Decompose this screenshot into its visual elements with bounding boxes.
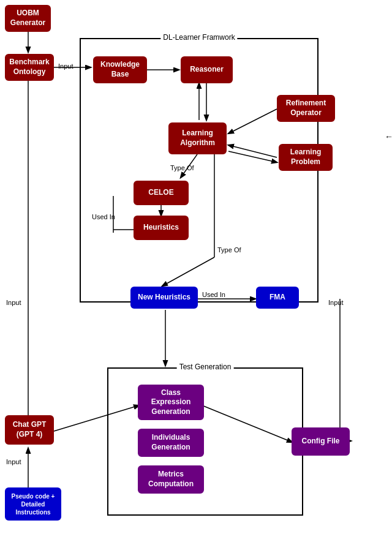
knowledge-base-label: KnowledgeBase: [100, 60, 140, 79]
used-in-label-1: Used In: [92, 213, 115, 220]
input-label-2: Input: [6, 299, 21, 306]
external-arrow: ←: [385, 132, 392, 141]
input-label-4: Input: [6, 458, 21, 465]
benchmark-ontology-label: BenchmarkOntology: [9, 58, 49, 77]
metrics-computation-label: MetricsComputation: [148, 470, 194, 489]
input-label-3: Input: [328, 299, 343, 306]
diagram: DL-Learner Framwork Test Generation UOBM…: [0, 0, 392, 553]
used-in-label-2: Used In: [202, 291, 225, 298]
learning-algorithm-box: LearningAlgorithm: [168, 122, 227, 154]
type-of-label-1: Type Of: [170, 164, 194, 171]
heuristics-label: Heuristics: [143, 223, 179, 233]
config-file-label: Config File: [302, 437, 340, 446]
individuals-generation-box: IndividualsGeneration: [138, 429, 204, 457]
learning-problem-box: LearningProblem: [279, 144, 333, 171]
dl-learner-label: DL-Learner Framwork: [160, 33, 237, 42]
reasoner-box: Reasoner: [181, 56, 233, 83]
metrics-computation-box: MetricsComputation: [138, 465, 204, 494]
uobm-generator-box: UOBM Generator: [5, 5, 51, 32]
reasoner-label: Reasoner: [190, 65, 224, 75]
fma-box: FMA: [256, 287, 299, 309]
heuristics-box: Heuristics: [134, 216, 189, 240]
test-generation-frame: Test Generation: [107, 367, 303, 516]
pseudo-code-box: Pseudo code +DetailedInstructions: [5, 487, 61, 521]
class-expression-generation-box: ClassExpressionGeneration: [138, 385, 204, 420]
celoe-label: CELOE: [148, 188, 173, 198]
pseudo-code-label: Pseudo code +DetailedInstructions: [12, 492, 55, 516]
refinement-operator-label: RefinementOperator: [286, 99, 326, 118]
new-heuristics-label: New Heuristics: [138, 293, 190, 303]
refinement-operator-box: RefinementOperator: [277, 95, 335, 122]
config-file-box: Config File: [292, 427, 350, 456]
class-expression-generation-label: ClassExpressionGeneration: [151, 388, 191, 417]
knowledge-base-box: KnowledgeBase: [93, 56, 147, 83]
test-generation-label: Test Generation: [177, 363, 234, 371]
type-of-label-2: Type Of: [217, 246, 241, 254]
learning-problem-label: LearningProblem: [290, 148, 322, 167]
input-label-1: Input: [58, 62, 73, 70]
individuals-generation-label: IndividualsGeneration: [151, 433, 190, 452]
benchmark-ontology-box: BenchmarkOntology: [5, 54, 54, 81]
chat-gpt-label: Chat GPT(GPT 4): [13, 420, 47, 439]
uobm-generator-label: UOBM Generator: [9, 9, 47, 28]
celoe-box: CELOE: [134, 181, 189, 205]
new-heuristics-box: New Heuristics: [130, 287, 198, 309]
learning-algorithm-label: LearningAlgorithm: [180, 129, 215, 148]
chat-gpt-box: Chat GPT(GPT 4): [5, 415, 54, 445]
fma-label: FMA: [270, 293, 285, 303]
